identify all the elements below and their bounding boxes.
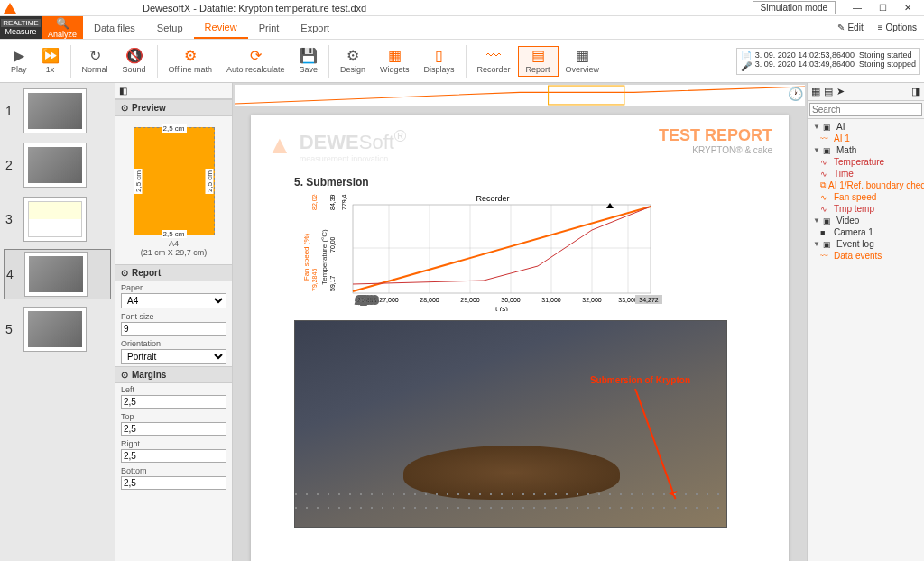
panel-toggle-icon[interactable]: ◧ [119, 86, 127, 96]
tree-node-fanspeed[interactable]: ∿Fan speed [809, 191, 922, 203]
main-area: 1 2 3 4 5 ◧ ⊙Preview 2,5 cm 2,5 cm 2,5 c… [0, 83, 924, 561]
timeline[interactable] [235, 85, 805, 106]
svg-text:59,17: 59,17 [329, 276, 336, 292]
design-button[interactable]: ⚙Design [333, 47, 373, 76]
search-icon: 🔍 [56, 17, 69, 30]
event-log-box: 📄🎤 3. 09. 2020 14:02:53,86400 Storing st… [736, 48, 920, 75]
clock-icon[interactable]: 🕐 [788, 87, 803, 101]
tree-node-dataevents[interactable]: 〰Data events [809, 250, 922, 262]
a4-dim: (21 cm X 29,7 cm) [141, 248, 208, 257]
thumb-page-2[interactable]: 2 [4, 141, 111, 189]
tree-node-video[interactable]: ▼▣Video [809, 215, 922, 226]
collapse-icon: ⊙ [121, 268, 128, 278]
collapse-icon: ⊙ [121, 103, 128, 113]
grid-icon[interactable]: ▦ [811, 86, 820, 97]
measure-mode-button[interactable]: REALTIME Measure [0, 16, 42, 39]
tree-node-time[interactable]: ∿Time [809, 168, 922, 179]
recorder-button[interactable]: 〰Recorder [470, 47, 518, 76]
play-button[interactable]: ▶Play [4, 47, 34, 76]
close-button[interactable]: ✕ [895, 1, 920, 15]
tree-node-boundary[interactable]: ⧉AI 1/Ref. boundary check [809, 179, 922, 191]
a4-name: A4 [169, 239, 179, 248]
auto-recalc-button[interactable]: ⟳Auto recalculate [219, 47, 292, 76]
cursor-icon[interactable]: ➤ [836, 86, 845, 97]
widgets-button[interactable]: ▦Widgets [373, 47, 417, 76]
paper-select[interactable]: A4 [121, 293, 226, 308]
tree-node-ai[interactable]: ▼▣AI [809, 121, 922, 133]
tree-node-ai1[interactable]: 〰AI 1 [809, 133, 922, 144]
tab-datafiles[interactable]: Data files [83, 16, 146, 39]
speed-button[interactable]: ⏩1x [34, 47, 67, 76]
preview-header[interactable]: ⊙Preview [116, 99, 232, 116]
tree-search [808, 101, 924, 119]
report-button[interactable]: ▤Report [518, 46, 559, 77]
svg-text:t (s): t (s) [495, 305, 508, 311]
margin-left-input[interactable] [121, 395, 226, 409]
thumb-page-4[interactable]: 4 [4, 249, 111, 299]
margins-header[interactable]: ⊙Margins [116, 366, 232, 383]
font-size-input[interactable] [121, 322, 226, 336]
svg-text:28,000: 28,000 [420, 297, 439, 303]
chart-icon: ⧉ [820, 180, 826, 190]
orientation-select[interactable]: Portrait [121, 349, 226, 364]
thumb-page-1[interactable]: 1 [4, 87, 111, 135]
pencil-icon: ✎ [837, 23, 845, 32]
tab-print[interactable]: Print [248, 16, 291, 39]
a4-preview: 2,5 cm 2,5 cm 2,5 cm 2,5 cm [134, 127, 215, 235]
svg-text:84,3998: 84,3998 [329, 194, 336, 210]
tree-node-camera1[interactable]: ■Camera 1 [809, 226, 922, 238]
tree-node-temperature[interactable]: ∿Temperature [809, 156, 922, 168]
search-input[interactable] [809, 103, 922, 116]
margin-top-input[interactable] [121, 422, 226, 436]
report-header[interactable]: ⊙Report [116, 264, 232, 281]
thumb-page-5[interactable]: 5 [4, 305, 111, 354]
page-preview: 2,5 cm 2,5 cm 2,5 cm 2,5 cm A4 (21 cm X … [116, 116, 232, 264]
tree-node-tmptemp[interactable]: ∿Tmp temp [809, 203, 922, 215]
bars-icon: ≡ [878, 23, 883, 32]
calendar-icon[interactable]: ▤ [824, 86, 833, 97]
options-button[interactable]: ≡Options [871, 16, 924, 39]
signal-icon: ∿ [820, 193, 831, 202]
simulation-mode-badge: Simulation mode [753, 1, 836, 14]
margin-bottom-input[interactable] [121, 476, 226, 490]
measure-label: Measure [5, 27, 36, 36]
doc-icon: 📄 [741, 51, 752, 61]
tree-node-math[interactable]: ▼▣Math [809, 144, 922, 156]
tree-toolbar: ▦ ▤ ➤ ◨ [808, 83, 924, 101]
replay-icon: ↻ [89, 49, 101, 63]
save-button[interactable]: 💾Save [291, 47, 325, 76]
edit-button[interactable]: ✎Edit [830, 16, 870, 39]
thumb-page-3[interactable]: 3 [4, 195, 111, 244]
tab-export[interactable]: Export [290, 16, 340, 39]
speaker-mute-icon: 🔇 [125, 49, 143, 63]
tree-node-eventlog[interactable]: ▼▣Event log [809, 238, 922, 250]
offline-math-button[interactable]: ⚙Offline math [162, 47, 219, 76]
svg-text:32,000: 32,000 [582, 297, 602, 303]
maximize-button[interactable]: ☐ [870, 1, 895, 15]
tab-review[interactable]: Review [194, 16, 248, 39]
tab-setup[interactable]: Setup [146, 16, 194, 39]
title-bar: DewesoftX - Datafile: Krypton temperatur… [0, 0, 924, 16]
displays-button[interactable]: ▯Displays [417, 47, 462, 76]
svg-text:779,41: 779,41 [341, 194, 347, 210]
overview-button[interactable]: ▦Overview [559, 47, 607, 76]
svg-text:27,000: 27,000 [379, 297, 399, 303]
svg-text:29,000: 29,000 [460, 297, 480, 303]
margin-right-input[interactable] [121, 449, 226, 463]
toolbar: ▶Play ⏩1x ↻Normal 🔇Sound ⚙Offline math ⟳… [0, 40, 924, 83]
section-heading: 5. Submersion [294, 176, 772, 189]
panel-toggle-icon[interactable]: ◨ [911, 86, 920, 97]
minimize-button[interactable]: — [845, 1, 870, 15]
svg-text:33,000: 33,000 [618, 297, 638, 303]
widgets-icon: ▦ [388, 49, 402, 63]
analyze-label: Analyze [48, 30, 77, 39]
annotation-arrow-icon [634, 389, 676, 500]
recorder-chart[interactable]: Recorder Fan speed (%) Temperature (°C) … [303, 194, 664, 311]
save-icon: 💾 [300, 49, 318, 63]
analyze-mode-button[interactable]: 🔍 Analyze [42, 16, 83, 39]
normal-button[interactable]: ↻Normal [75, 47, 116, 76]
overview-icon: ▦ [576, 49, 589, 63]
signal-icon: 〰 [820, 252, 831, 261]
page-thumbnails: 1 2 3 4 5 [0, 83, 116, 561]
sound-button[interactable]: 🔇Sound [116, 47, 153, 76]
